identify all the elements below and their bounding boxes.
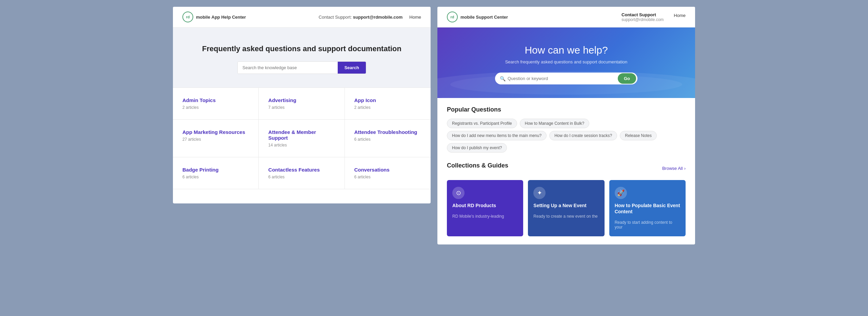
home-link[interactable]: Home [409, 15, 421, 20]
browse-all-link[interactable]: Browse All › [662, 166, 686, 171]
collections-header: Collections & Guides Browse All › [447, 162, 686, 175]
left-nav: Contact Support: support@rdmobile.com Ho… [319, 15, 421, 20]
category-count: 7 articles [268, 105, 335, 110]
card-desc-about: RD Mobile's industry-leading [452, 214, 518, 219]
left-panel: rd mobile App Help Center Contact Suppor… [173, 7, 431, 203]
right-nav: Contact Support support@rdmobile.com Hom… [622, 12, 686, 22]
card-desc-populate: Ready to start adding content to your [615, 220, 680, 230]
collection-card-populate[interactable]: 🚀 How to Populate Basic Event Content Re… [609, 180, 686, 236]
left-header: rd mobile App Help Center Contact Suppor… [173, 7, 431, 27]
right-content: Popular Questions Registrants vs. Partic… [437, 98, 695, 244]
tag-manage-content[interactable]: How to Manage Content in Bulk? [520, 119, 589, 128]
popular-questions-section: Popular Questions Registrants vs. Partic… [447, 106, 686, 153]
contact-label: Contact Support [622, 12, 664, 17]
category-count: 2 articles [182, 105, 249, 110]
left-search-bar: Search [237, 61, 366, 74]
collection-card-about[interactable]: ⊙ About RD Products RD Mobile's industry… [447, 180, 523, 236]
category-badge-printing[interactable]: Badge Printing 6 articles [173, 157, 259, 189]
logo-circle-right: rd [447, 12, 458, 22]
category-app-marketing[interactable]: App Marketing Resources 27 articles [173, 120, 259, 157]
category-count: 6 articles [268, 175, 335, 179]
category-count: 27 articles [182, 137, 249, 142]
search-icon: 🔍 [500, 76, 506, 81]
tag-release-notes[interactable]: Release Notes [620, 131, 657, 140]
category-count: 6 articles [354, 137, 421, 142]
category-count: 6 articles [354, 175, 421, 179]
right-logo-text: mobile Support Center [460, 15, 508, 20]
category-attendee-member[interactable]: Attendee & Member Support 14 articles [259, 120, 344, 157]
right-panel: rd mobile Support Center Contact Support… [437, 7, 695, 244]
category-count: 6 articles [182, 175, 249, 179]
right-search-button[interactable]: Go [618, 73, 636, 84]
category-conversations[interactable]: Conversations 6 articles [345, 157, 431, 189]
category-advertising[interactable]: Advertising 7 articles [259, 88, 344, 120]
collections-section: Collections & Guides Browse All › ⊙ Abou… [447, 162, 686, 236]
popular-tags: Registrants vs. Participant Profile How … [447, 119, 686, 153]
tag-registrants[interactable]: Registrants vs. Participant Profile [447, 119, 517, 128]
right-home-link[interactable]: Home [674, 12, 686, 18]
category-name: Contactless Features [268, 167, 335, 173]
tag-publish-event[interactable]: How do I publish my event? [447, 143, 507, 153]
right-hero-subtitle: Search frequently asked questions and su… [447, 59, 686, 64]
setup-event-icon: ✦ [533, 187, 546, 199]
category-name: App Marketing Resources [182, 129, 249, 135]
collections-cards: ⊙ About RD Products RD Mobile's industry… [447, 180, 686, 236]
right-header: rd mobile Support Center Contact Support… [437, 7, 695, 27]
category-name: Admin Topics [182, 97, 249, 103]
tag-menu-items[interactable]: How do I add new menu items to the main … [447, 131, 547, 140]
card-title-populate: How to Populate Basic Event Content [615, 202, 680, 215]
category-name: Attendee Troubleshooting [354, 129, 421, 135]
about-products-icon: ⊙ [452, 187, 465, 199]
right-search-input[interactable] [508, 73, 618, 84]
card-title-about: About RD Products [452, 202, 518, 209]
right-search-bar: 🔍 Go [495, 73, 637, 84]
category-name: Attendee & Member Support [268, 129, 335, 141]
category-app-icon[interactable]: App Icon 2 articles [345, 88, 431, 120]
category-grid: Admin Topics 2 articles Advertising 7 ar… [173, 87, 431, 189]
tag-session-tracks[interactable]: How do I create session tracks? [549, 131, 617, 140]
card-title-setup: Setting Up a New Event [533, 202, 599, 209]
category-attendee-troubleshooting[interactable]: Attendee Troubleshooting 6 articles [345, 120, 431, 157]
left-logo: rd mobile App Help Center [182, 12, 246, 22]
category-name: Conversations [354, 167, 421, 173]
card-desc-setup: Ready to create a new event on the [533, 214, 599, 219]
popular-questions-title: Popular Questions [447, 106, 686, 113]
contact-block: Contact Support support@rdmobile.com [622, 12, 664, 22]
category-contactless[interactable]: Contactless Features 6 articles [259, 157, 344, 189]
logo-text: mobile App Help Center [196, 15, 246, 20]
category-count: 2 articles [354, 105, 421, 110]
populate-content-icon: 🚀 [615, 187, 627, 199]
contact-email: support@rdmobile.com [622, 17, 664, 22]
chevron-right-icon: › [684, 166, 686, 171]
left-hero: Frequently asked questions and support d… [173, 27, 431, 87]
category-name: Badge Printing [182, 167, 249, 173]
right-hero-title: How can we help? [447, 44, 686, 56]
category-admin-topics[interactable]: Admin Topics 2 articles [173, 88, 259, 120]
collections-title: Collections & Guides [447, 162, 508, 169]
search-input[interactable] [238, 62, 338, 74]
category-name: Advertising [268, 97, 335, 103]
logo-circle: rd [182, 12, 193, 22]
search-button[interactable]: Search [338, 62, 366, 74]
category-name: App Icon [354, 97, 421, 103]
category-count: 14 articles [268, 143, 335, 147]
right-logo: rd mobile Support Center [447, 12, 508, 22]
hero-title: Frequently asked questions and support d… [180, 44, 424, 53]
contact-support-text: Contact Support: support@rdmobile.com [319, 15, 402, 20]
collection-card-setup[interactable]: ✦ Setting Up a New Event Ready to create… [528, 180, 604, 236]
right-hero: How can we help? Search frequently asked… [437, 27, 695, 98]
